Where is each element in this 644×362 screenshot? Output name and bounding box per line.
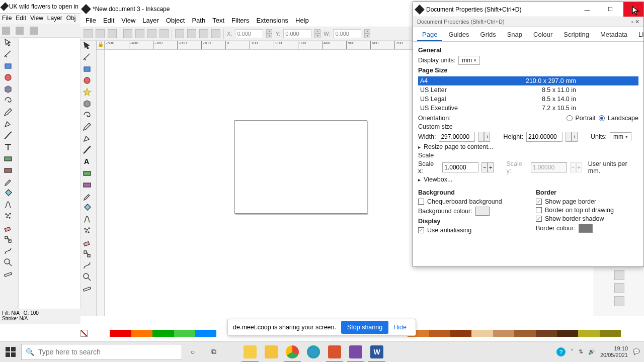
lpe-icon[interactable] [83, 261, 95, 272]
no-fill-swatch[interactable] [80, 330, 88, 337]
swatch[interactable] [110, 330, 131, 337]
raise-top-icon[interactable] [175, 29, 184, 38]
w-spinner[interactable]: ▴▾ [364, 29, 370, 38]
tray-chevron-icon[interactable]: ˄ [571, 348, 574, 355]
pointer-icon[interactable] [83, 41, 95, 52]
swatch[interactable] [471, 330, 493, 337]
bg-menu-layer[interactable]: Layer [47, 15, 62, 23]
taskbar-app-unknown[interactable] [324, 341, 345, 363]
taskbar-app-edge[interactable] [303, 341, 324, 363]
menu-path[interactable]: Path [192, 17, 205, 25]
tab-guides[interactable]: Guides [443, 29, 474, 41]
taskbar-app-explorer[interactable] [239, 341, 261, 363]
tab-page[interactable]: Page [417, 29, 442, 41]
box3d-icon[interactable] [83, 99, 95, 110]
zoom-icon[interactable] [4, 258, 15, 269]
gradient-icon[interactable] [83, 168, 95, 179]
taskbar-app-files[interactable] [261, 341, 282, 363]
bg-menu-obj[interactable]: Obj [66, 15, 76, 23]
tab-scripting[interactable]: Scripting [558, 29, 594, 41]
border-top-checkbox[interactable] [536, 207, 542, 213]
dropper-icon[interactable] [4, 177, 15, 188]
width-input[interactable] [439, 132, 475, 142]
mesh-icon[interactable] [83, 180, 95, 191]
menu-file[interactable]: File [86, 17, 96, 25]
text-icon[interactable] [4, 142, 15, 153]
spray-icon[interactable] [83, 226, 95, 237]
menu-layer[interactable]: Layer [142, 17, 159, 25]
pointer-icon[interactable] [4, 38, 15, 49]
flip-v-icon[interactable] [159, 29, 169, 38]
taskbar-search[interactable]: 🔍 Type here to search [21, 344, 182, 360]
scalex-input[interactable] [442, 162, 478, 172]
w-input[interactable] [333, 29, 361, 38]
dropper-icon[interactable] [83, 192, 95, 203]
tab-grids[interactable]: Grids [475, 29, 501, 41]
bg-tool-icon[interactable] [16, 27, 24, 35]
measure-icon[interactable] [83, 284, 95, 295]
text-icon[interactable]: A [83, 157, 95, 168]
system-tray[interactable]: ? ˄ ⇅ 🔊 19:10 20/05/2021 💬 [552, 345, 644, 358]
mesh-icon[interactable] [4, 165, 15, 176]
tab-licence[interactable]: Licence [633, 29, 644, 41]
tab-snap[interactable]: Snap [502, 29, 527, 41]
landscape-radio[interactable] [599, 115, 605, 121]
rotate-cw-icon[interactable] [135, 29, 144, 38]
lower-bottom-icon[interactable] [211, 29, 220, 38]
swatch[interactable] [578, 330, 599, 337]
raise-icon[interactable] [187, 29, 196, 38]
canvas[interactable] [105, 50, 463, 316]
y-input[interactable] [283, 29, 311, 38]
minimize-button[interactable]: — [577, 2, 597, 17]
select-layers-icon[interactable] [96, 29, 105, 38]
taskbar-app-media[interactable] [345, 341, 366, 363]
bg-menu-edit[interactable]: Edit [16, 15, 26, 23]
x-input[interactable] [235, 29, 263, 38]
tweak-icon[interactable] [4, 200, 15, 211]
swatch[interactable] [195, 330, 216, 337]
swatch[interactable] [174, 330, 195, 337]
measure-icon[interactable] [4, 269, 15, 281]
spiral-icon[interactable] [83, 111, 95, 122]
select-all-icon[interactable] [84, 29, 93, 38]
page-size-list[interactable]: A4 210.0 x 297.0 mm US Letter 8.5 x 11.0… [418, 76, 638, 113]
bg-tool-icon[interactable] [2, 27, 10, 35]
x-spinner[interactable]: ▴▾ [266, 29, 272, 38]
layer-lock-icon[interactable]: 🔒 [97, 41, 105, 50]
antialias-checkbox[interactable] [418, 227, 424, 233]
start-button[interactable] [0, 341, 21, 363]
hide-banner-button[interactable]: Hide [393, 324, 407, 331]
speaker-icon[interactable]: 🔊 [588, 348, 595, 355]
circle-icon[interactable] [83, 76, 95, 87]
eraser-icon[interactable] [83, 238, 95, 249]
star-icon[interactable] [83, 87, 95, 99]
lpe-icon[interactable] [4, 246, 15, 257]
size-us-legal[interactable]: US Legal 8.5 x 14.0 in [418, 95, 638, 104]
node-icon[interactable] [83, 53, 95, 64]
spray-icon[interactable] [4, 212, 15, 223]
pen-icon[interactable] [4, 119, 15, 130]
viewbox-expand[interactable]: Viewbox... [424, 176, 452, 183]
flip-h-icon[interactable] [147, 29, 156, 38]
cortana-button[interactable]: ○ [182, 341, 203, 363]
size-us-executive[interactable]: US Executive 7.2 x 10.5 in [418, 104, 638, 113]
swatch[interactable] [493, 330, 514, 337]
dock-icons[interactable]: ▫ ✕ [631, 19, 639, 25]
rotate-ccw-icon[interactable] [123, 29, 132, 38]
menu-text[interactable]: Text [212, 17, 224, 25]
border-color-swatch[interactable] [579, 224, 593, 233]
connector-icon[interactable] [83, 249, 95, 260]
snap-icon[interactable] [614, 283, 624, 293]
maximize-button[interactable]: ☐ [600, 2, 620, 17]
resize-to-content[interactable]: Resize page to content... [424, 143, 493, 150]
gradient-icon[interactable] [4, 154, 15, 165]
taskbar-app-word[interactable]: W [366, 341, 387, 363]
bucket-icon[interactable] [4, 189, 15, 200]
menu-help[interactable]: Help [295, 17, 309, 25]
calligraphy-icon[interactable] [83, 145, 95, 156]
width-stepper[interactable]: −+ [478, 132, 490, 142]
taskbar-clock[interactable]: 19:10 20/05/2021 [600, 345, 628, 358]
tab-colour[interactable]: Colour [528, 29, 557, 41]
taskbar-app-chrome[interactable] [282, 341, 303, 363]
zoom-icon[interactable] [83, 273, 95, 284]
